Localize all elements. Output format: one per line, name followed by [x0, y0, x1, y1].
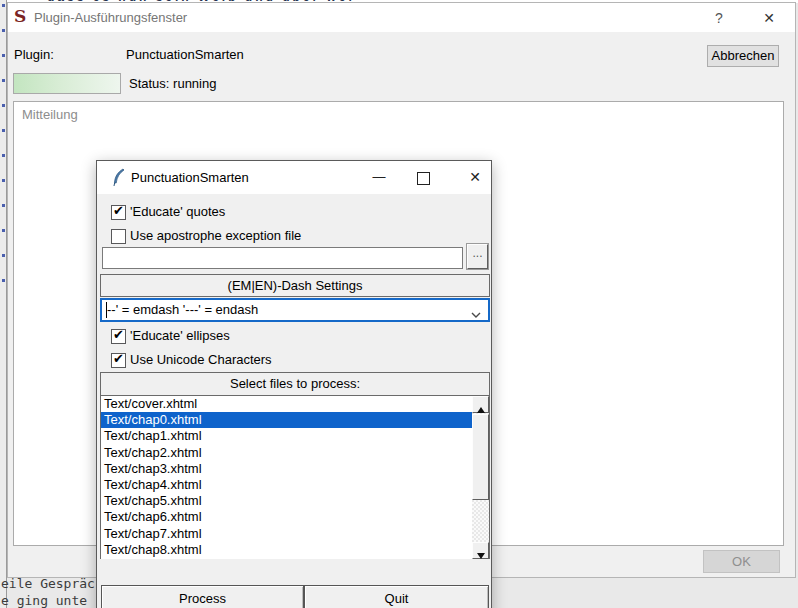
dash-combo-value: --' = emdash '---' = endash: [107, 302, 258, 317]
background-code-marks: [2, 4, 5, 304]
dialog-close-icon[interactable]: ✕: [465, 167, 485, 187]
list-item[interactable]: Text/chap6.xhtml: [101, 509, 489, 525]
punctuation-smarten-dialog: PunctuationSmarten — ✕ ✔ 'Educate' quote…: [96, 160, 492, 608]
files-group: Select files to process: Text/cover.xhtm…: [100, 372, 490, 559]
checkbox-educate-ellipses[interactable]: ✔: [111, 329, 126, 344]
progress-bar: [13, 73, 121, 94]
checkbox-apostrophe-exception[interactable]: [111, 229, 126, 244]
main-window-title: Plugin-Ausführungsfenster: [34, 10, 187, 25]
background-window-edge: [0, 0, 7, 608]
checkbox-apostrophe-exception-label: Use apostrophe exception file: [130, 228, 301, 243]
list-scrollbar[interactable]: [472, 396, 489, 559]
plugin-label: Plugin:: [14, 47, 54, 62]
cancel-button[interactable]: Abbrechen: [707, 45, 779, 67]
ok-button-disabled: OK: [703, 550, 780, 573]
list-item[interactable]: Text/chap4.xhtml: [101, 477, 489, 493]
main-titlebar: S Plugin-Ausführungsfenster ? ✕: [8, 3, 795, 32]
close-icon[interactable]: ✕: [758, 9, 780, 27]
dash-settings-combobox[interactable]: --' = emdash '---' = endash: [100, 298, 490, 322]
plugin-name: PunctuationSmarten: [126, 47, 244, 62]
minimize-icon[interactable]: —: [369, 167, 389, 187]
list-item[interactable]: Text/chap2.xhtml: [101, 445, 489, 461]
scroll-down-icon[interactable]: [472, 542, 489, 559]
file-listbox[interactable]: Text/cover.xhtml Text/chap0.xhtml Text/c…: [101, 395, 489, 559]
list-item[interactable]: Text/chap7.xhtml: [101, 526, 489, 542]
checkbox-educate-quotes[interactable]: ✔: [111, 205, 126, 220]
screenshot-canvas: dass es nun sein Weib und über wei eile …: [0, 0, 798, 608]
background-book-text-line1: eile Gespräc: [1, 576, 95, 591]
checkbox-unicode-characters-label: Use Unicode Characters: [130, 352, 272, 367]
dash-settings-title: (EM|EN)-Dash Settings: [101, 275, 489, 297]
background-book-text-line2: e ging unte: [1, 593, 87, 608]
exception-file-input[interactable]: [102, 247, 463, 269]
list-item[interactable]: Text/chap5.xhtml: [101, 493, 489, 509]
sigil-logo-icon: S: [14, 7, 26, 26]
list-item[interactable]: Text/chap8.xhtml: [101, 542, 489, 558]
quit-button[interactable]: Quit: [304, 585, 489, 608]
dash-settings-group: (EM|EN)-Dash Settings: [100, 274, 490, 297]
checkbox-educate-ellipses-label: 'Educate' ellipses: [130, 328, 230, 343]
dialog-title: PunctuationSmarten: [131, 170, 249, 185]
help-icon[interactable]: ?: [708, 9, 730, 27]
tk-feather-icon: [112, 168, 125, 190]
list-item-selected[interactable]: Text/chap0.xhtml: [101, 412, 489, 428]
list-item[interactable]: Text/chap3.xhtml: [101, 461, 489, 477]
list-item[interactable]: Text/cover.xhtml: [101, 396, 489, 412]
checkbox-educate-quotes-label: 'Educate' quotes: [130, 204, 225, 219]
maximize-icon[interactable]: [417, 172, 430, 185]
process-button[interactable]: Process: [101, 585, 304, 608]
dialog-titlebar[interactable]: PunctuationSmarten — ✕: [97, 161, 491, 194]
browse-button[interactable]: ...: [467, 244, 488, 269]
chevron-down-icon[interactable]: [471, 307, 481, 322]
scrollbar-thumb[interactable]: [472, 414, 489, 500]
checkbox-unicode-characters[interactable]: ✔: [111, 353, 126, 368]
files-group-title: Select files to process:: [101, 373, 489, 395]
status-text: Status: running: [129, 76, 216, 91]
list-item[interactable]: Text/chap1.xhtml: [101, 428, 489, 444]
scroll-up-icon[interactable]: [472, 396, 489, 413]
